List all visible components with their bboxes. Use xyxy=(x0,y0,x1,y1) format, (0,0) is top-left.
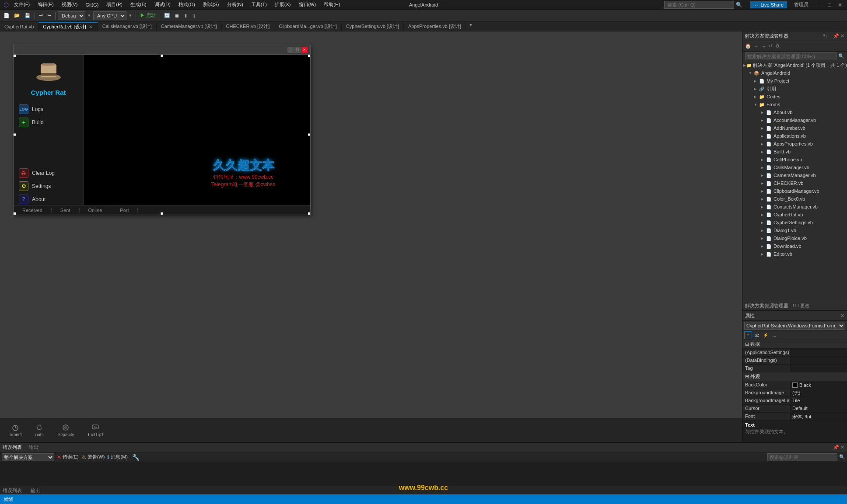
toolbar-new[interactable]: 📄 xyxy=(2,12,11,19)
form-menu-logs[interactable]: LOG Logs xyxy=(14,103,83,116)
resize-tr[interactable] xyxy=(308,55,310,57)
close-button[interactable]: ✕ xyxy=(836,1,844,8)
prop-close-btn[interactable]: ✕ xyxy=(840,313,844,319)
error-pin-btn[interactable]: 📌 xyxy=(833,445,839,450)
tab-cypherrat-vb[interactable]: CypherRat.vb xyxy=(0,22,38,31)
tab-overflow[interactable]: ▾ xyxy=(468,22,474,31)
toolbar-step-over[interactable]: ⤵ xyxy=(191,12,197,19)
form-menu-clearlog[interactable]: ⊖ Clear Log xyxy=(14,167,83,180)
menu-test[interactable]: 测试(S) xyxy=(200,0,222,9)
tree-clipboardmanager[interactable]: ▶ 📄 ClipboardManager.vb xyxy=(742,187,847,195)
tree-solution-arrow[interactable]: ▶ xyxy=(743,63,746,67)
tree-dialogploice[interactable]: ▶ 📄 DialogPloice.vb xyxy=(742,234,847,242)
error-search-input[interactable] xyxy=(767,453,837,461)
start-button[interactable]: ▶ 启动 xyxy=(138,11,158,20)
error-list-tab[interactable]: 错误列表 xyxy=(3,444,22,451)
tree-apps-arrow[interactable]: ▶ xyxy=(761,134,766,138)
tree-addnumber[interactable]: ▶ 📄 AddNumber.vb xyxy=(742,124,847,132)
tree-about-arrow[interactable]: ▶ xyxy=(761,111,766,115)
menu-extensions[interactable]: 扩展(X) xyxy=(272,0,294,9)
tree-cyphersettings[interactable]: ▶ 📄 CypherSettings.vb xyxy=(742,219,847,226)
error-close-btn[interactable]: ✕ xyxy=(840,445,844,450)
menu-format[interactable]: 格式(O) xyxy=(176,0,198,9)
tree-build-arrow[interactable]: ▶ xyxy=(761,150,766,154)
tree-acct-arrow[interactable]: ▶ xyxy=(761,118,766,122)
tree-download-arrow[interactable]: ▶ xyxy=(761,244,766,248)
form-titlebar[interactable]: ─ □ ✕ xyxy=(14,45,310,55)
sol-search-icon[interactable]: 🔍 xyxy=(838,53,844,59)
toolbar-more-2[interactable]: ⏹ xyxy=(173,12,181,19)
component-topacity[interactable]: TOpacity xyxy=(57,424,74,437)
tree-addnum-arrow[interactable]: ▶ xyxy=(761,126,766,130)
component-timer1[interactable]: Timer1 xyxy=(9,424,22,437)
error-footer-label1[interactable]: 错误列表 xyxy=(3,487,22,494)
sol-tb-forward[interactable]: → xyxy=(760,43,767,50)
resize-br[interactable] xyxy=(308,212,310,215)
maximize-button[interactable]: □ xyxy=(826,1,833,8)
resize-bm[interactable] xyxy=(161,212,163,215)
toolbar-more-3[interactable]: ⏸ xyxy=(182,12,190,19)
tree-checker[interactable]: ▶ 📄 CHECKER.vb xyxy=(742,179,847,187)
tab-appsproperties[interactable]: AppsProperties.vb [设计] xyxy=(404,22,466,31)
error-filter-messages[interactable]: ℹ 消息(M) xyxy=(107,454,128,460)
tree-colorbox-arrow[interactable]: ▶ xyxy=(761,197,766,201)
tree-callsmanager[interactable]: ▶ 📄 CallsManager.vb xyxy=(742,163,847,171)
sol-tb-settings[interactable]: ⚙ xyxy=(774,42,780,50)
cpu-select[interactable]: Any CPU xyxy=(93,11,126,20)
toolbar-more-1[interactable]: 🔄 xyxy=(162,12,172,19)
tree-contactsmanager[interactable]: ▶ 📄 ContactsManager.vb xyxy=(742,203,847,211)
resize-tm[interactable] xyxy=(161,55,163,57)
menu-tools[interactable]: 工具(T) xyxy=(248,0,270,9)
search-input[interactable] xyxy=(664,1,734,9)
sol-tb-home[interactable]: 🏠 xyxy=(744,42,752,50)
tree-refs-arrow[interactable]: ▶ xyxy=(754,87,759,91)
menu-git[interactable]: Git(G) xyxy=(83,1,101,8)
tree-editor[interactable]: ▶ 📄 Editor.vb xyxy=(742,250,847,258)
tree-cameramanager[interactable]: ▶ 📄 CameraManager.vb xyxy=(742,171,847,179)
tab-cypherrat-design[interactable]: CypherRat.vb [设计] ✕ xyxy=(38,22,98,31)
error-search-icon[interactable]: 🔍 xyxy=(839,454,845,460)
menu-build[interactable]: 生成(B) xyxy=(128,0,149,9)
tree-references[interactable]: ▶ 🔗 引用 xyxy=(742,85,847,93)
form-menu-build[interactable]: + Build xyxy=(14,116,83,129)
sol-collapse-btn[interactable]: ─ xyxy=(828,33,832,39)
tree-codes-arrow[interactable]: ▶ xyxy=(754,95,759,99)
tree-solution[interactable]: ▶ 📁 解决方案 'AngelAndroid' (1 个项目，共 1 个) xyxy=(742,61,847,69)
resize-bl[interactable] xyxy=(14,212,16,215)
tree-cameramgr-arrow[interactable]: ▶ xyxy=(761,174,766,177)
tree-project-arrow[interactable]: ▼ xyxy=(749,71,754,75)
menu-view[interactable]: 视图(V) xyxy=(59,0,80,9)
tree-froms-arrow[interactable]: ▼ xyxy=(754,103,759,107)
resize-ml[interactable] xyxy=(14,134,16,136)
form-canvas[interactable]: ─ □ ✕ xyxy=(13,45,311,215)
tree-project[interactable]: ▼ 📦 AngelAndroid xyxy=(742,69,847,77)
tree-froms[interactable]: ▼ 📁 Froms xyxy=(742,101,847,108)
error-scope-select[interactable]: 整个解决方案 xyxy=(2,453,54,461)
error-filter-warnings[interactable]: ⚠ 警告(W) xyxy=(81,454,105,460)
tree-appsproperties[interactable]: ▶ 📄 AppsProperties.vb xyxy=(742,140,847,148)
tree-callphone-arrow[interactable]: ▶ xyxy=(761,158,766,162)
tree-callsmgr-arrow[interactable]: ▶ xyxy=(761,166,766,170)
sol-close-btn[interactable]: ✕ xyxy=(840,33,844,39)
tree-dialog1-arrow[interactable]: ▶ xyxy=(761,229,766,233)
form-maximize-btn[interactable]: □ xyxy=(294,47,301,53)
prop-cat-btn[interactable]: ≡ xyxy=(744,331,752,339)
toolbar-redo[interactable]: ↪ xyxy=(46,12,53,19)
tree-callphone[interactable]: ▶ 📄 CallPhone.vb xyxy=(742,156,847,163)
tree-applications[interactable]: ▶ 📄 Applications.vb xyxy=(742,132,847,140)
tab-callsmanager[interactable]: CallsManager.vb [设计] xyxy=(98,22,157,31)
error-filter-errors[interactable]: ✕ 错误(E) xyxy=(57,454,79,460)
tree-accountmanager[interactable]: ▶ 📄 AccountManager.vb xyxy=(742,116,847,124)
error-footer-label2[interactable]: 输出 xyxy=(31,487,40,494)
menu-debug[interactable]: 调试(D) xyxy=(152,0,173,9)
tree-cypherset-arrow[interactable]: ▶ xyxy=(761,221,766,225)
sol-sync-btn[interactable]: ↻ xyxy=(823,33,827,39)
resize-mr[interactable] xyxy=(308,134,310,136)
menu-window[interactable]: 窗口(W) xyxy=(296,0,319,9)
sol-footer-tab1[interactable]: 解决方案资源管理器 xyxy=(745,302,788,309)
tab-clipboard[interactable]: ClipboardMa...ger.vb [设计] xyxy=(274,22,342,31)
prop-object-select[interactable]: CypherRat System.Windows.Forms.Form xyxy=(744,322,845,330)
tab-cyphersettings[interactable]: CypherSettings.vb [设计] xyxy=(342,22,404,31)
menu-analyze[interactable]: 分析(N) xyxy=(224,0,246,9)
component-notfi[interactable]: notfi xyxy=(35,424,44,437)
